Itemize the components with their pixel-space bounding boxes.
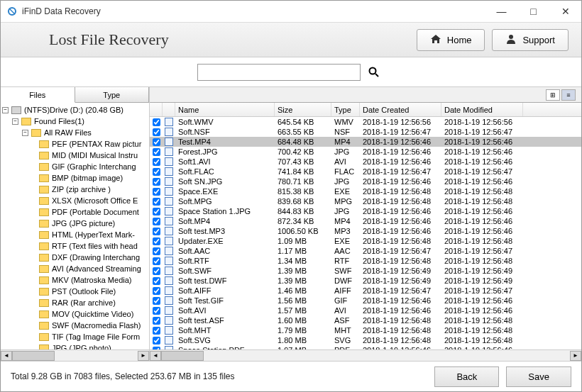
cell-date-created: 2018-1-19 12:56:46 — [360, 157, 441, 166]
tree-item[interactable]: RAR (Rar archive) — [2, 297, 148, 308]
table-row[interactable]: Space.EXE815.38 KBEXE2018-1-19 12:56:482… — [150, 186, 581, 196]
tree-allraw[interactable]: All RAW Files — [44, 127, 92, 138]
table-row[interactable]: Soft.FLAC741.84 KBFLAC2018-1-19 12:56:47… — [150, 167, 581, 177]
tree-item[interactable]: PEF (PENTAX Raw pictur — [2, 138, 148, 150]
file-list[interactable]: Soft.WMV645.54 KBWMV2018-1-19 12:56:5620… — [150, 117, 581, 349]
search-button[interactable] — [363, 64, 385, 81]
table-row[interactable]: Soft.MHT1.79 MBMHT2018-1-19 12:56:482018… — [150, 325, 581, 335]
table-row[interactable]: Soft1.AVI707.43 KBAVI2018-1-19 12:56:462… — [150, 157, 581, 167]
save-button[interactable]: Save — [506, 366, 571, 387]
tree-item[interactable]: JPG (JPG picture) — [2, 218, 148, 229]
tree-item[interactable]: DXF (Drawing Interchang — [2, 252, 148, 263]
tree-item[interactable]: XLSX (Microsoft Office E — [2, 195, 148, 206]
tree-item[interactable]: AVI (Advanced Streaming — [2, 263, 148, 274]
tree-item[interactable]: JPG (JPG photo) — [2, 342, 148, 349]
table-row[interactable]: Soft.NSF663.55 KBNSF2018-1-19 12:56:4720… — [150, 127, 581, 137]
table-row[interactable]: Updater.EXE1.09 MBEXE2018-1-19 12:56:482… — [150, 236, 581, 246]
maximize-button[interactable]: □ — [517, 1, 549, 22]
minimize-button[interactable]: — — [485, 1, 517, 22]
row-checkbox[interactable] — [153, 277, 160, 285]
row-checkbox[interactable] — [153, 128, 160, 136]
row-checkbox[interactable] — [153, 178, 160, 186]
tree-item[interactable]: RTF (Text files with head — [2, 240, 148, 252]
file-icon — [163, 247, 175, 255]
home-button[interactable]: Home — [417, 29, 485, 51]
table-row[interactable]: Test.MP4684.48 KBMP42018-1-19 12:56:4620… — [150, 137, 581, 147]
view-list-button[interactable]: ≡ — [561, 89, 576, 101]
list-hscroll[interactable]: ◄► — [150, 349, 581, 361]
view-grid-button[interactable]: ⊞ — [546, 89, 560, 101]
row-checkbox[interactable] — [153, 327, 160, 335]
table-row[interactable]: Soft.MPG839.68 KBMPG2018-1-19 12:56:4820… — [150, 196, 581, 206]
folder-tree[interactable]: −(NTFS)Drive (D:) (20.48 GB) −Found File… — [1, 103, 149, 349]
col-check[interactable] — [150, 103, 163, 116]
table-row[interactable]: Soft.AIFF1.46 MBAIFF2018-1-19 12:56:4720… — [150, 286, 581, 296]
row-checkbox[interactable] — [153, 237, 160, 245]
col-date-modified[interactable]: Date Modified — [441, 103, 523, 116]
tree-item[interactable]: MID (MIDI Musical Instru — [2, 150, 148, 161]
table-row[interactable]: Soft.AAC1.17 MBAAC2018-1-19 12:56:472018… — [150, 246, 581, 256]
row-checkbox[interactable] — [153, 337, 160, 345]
col-date-created[interactable]: Date Created — [360, 103, 441, 116]
table-row[interactable]: Soft test.MP31006.50 KBMP32018-1-19 12:5… — [150, 226, 581, 236]
tree-item[interactable]: BMP (bitmap image) — [2, 172, 148, 184]
row-checkbox[interactable] — [153, 168, 160, 176]
table-row[interactable]: Soft SN.JPG780.71 KBJPG2018-1-19 12:56:4… — [150, 177, 581, 186]
row-checkbox[interactable] — [153, 118, 160, 126]
table-row[interactable]: Soft.WMV645.54 KBWMV2018-1-19 12:56:5620… — [150, 117, 581, 127]
close-button[interactable]: ✕ — [549, 1, 581, 22]
file-icon — [163, 128, 175, 136]
row-checkbox[interactable] — [153, 297, 160, 305]
cell-date-modified: 2018-1-19 12:56:48 — [441, 336, 523, 345]
expand-icon[interactable]: − — [12, 118, 18, 125]
table-row[interactable]: Soft.SWF1.39 MBSWF2018-1-19 12:56:492018… — [150, 266, 581, 276]
cell-name: Space.EXE — [175, 187, 275, 196]
table-row[interactable]: Soft.MP4872.34 KBMP42018-1-19 12:56:4620… — [150, 216, 581, 226]
table-row[interactable]: Soft test.DWF1.39 MBDWF2018-1-19 12:56:4… — [150, 276, 581, 286]
tree-item[interactable]: PDF (Portable Document — [2, 206, 148, 218]
table-row[interactable]: Forest.JPG700.42 KBJPG2018-1-19 12:56:46… — [150, 147, 581, 157]
search-input[interactable] — [197, 64, 361, 81]
table-row[interactable]: Soft test.ASF1.60 MBASF2018-1-19 12:56:4… — [150, 315, 581, 325]
row-checkbox[interactable] — [153, 317, 160, 325]
support-button[interactable]: Support — [492, 29, 569, 51]
tree-item[interactable]: GIF (Graphic Interchang — [2, 161, 148, 172]
expand-icon[interactable]: − — [2, 107, 9, 113]
back-button[interactable]: Back — [434, 366, 499, 387]
tree-item[interactable]: TIF (Tag Image File Form — [2, 331, 148, 342]
table-row[interactable]: Soft.RTF1.34 MBRTF2018-1-19 12:56:482018… — [150, 256, 581, 266]
row-checkbox[interactable] — [153, 228, 160, 235]
row-checkbox[interactable] — [153, 138, 160, 146]
tab-type[interactable]: Type — [75, 87, 150, 102]
table-row[interactable]: Soft.AVI1.57 MBAVI2018-1-19 12:56:462018… — [150, 306, 581, 315]
table-row[interactable]: Space Station 1.JPG844.83 KBJPG2018-1-19… — [150, 206, 581, 216]
tree-item[interactable]: PST (Outlook File) — [2, 286, 148, 297]
row-checkbox[interactable] — [153, 257, 160, 265]
tree-item[interactable]: SWF (Macromedia Flash) — [2, 320, 148, 331]
row-checkbox[interactable] — [153, 307, 160, 315]
tree-item[interactable]: MOV (Quicktime Video) — [2, 308, 148, 320]
tree-hscroll[interactable]: ◄► — [1, 349, 149, 361]
row-checkbox[interactable] — [153, 247, 160, 255]
tree-item[interactable]: ZIP (zip archive ) — [2, 184, 148, 195]
row-checkbox[interactable] — [153, 158, 160, 166]
row-checkbox[interactable] — [153, 198, 160, 206]
expand-icon[interactable]: − — [22, 130, 28, 136]
row-checkbox[interactable] — [153, 188, 160, 196]
row-checkbox[interactable] — [153, 218, 160, 225]
table-row[interactable]: Soft Test.GIF1.56 MBGIF2018-1-19 12:56:4… — [150, 296, 581, 306]
col-type[interactable]: Type — [331, 103, 360, 116]
row-checkbox[interactable] — [153, 208, 160, 215]
col-size[interactable]: Size — [275, 103, 331, 116]
cell-size: 872.34 KB — [275, 217, 331, 225]
col-name[interactable]: Name — [175, 103, 275, 116]
table-row[interactable]: Soft.SVG1.80 MBSVG2018-1-19 12:56:482018… — [150, 335, 581, 345]
tree-item[interactable]: HTML (HyperText Mark- — [2, 229, 148, 240]
row-checkbox[interactable] — [153, 267, 160, 275]
row-checkbox[interactable] — [153, 148, 160, 156]
tree-item[interactable]: MKV (Matroska Media) — [2, 274, 148, 286]
tab-files[interactable]: Files — [1, 87, 75, 103]
row-checkbox[interactable] — [153, 287, 160, 295]
tree-root[interactable]: (NTFS)Drive (D:) (20.48 GB) — [24, 104, 123, 116]
tree-found[interactable]: Found Files(1) — [34, 116, 84, 127]
